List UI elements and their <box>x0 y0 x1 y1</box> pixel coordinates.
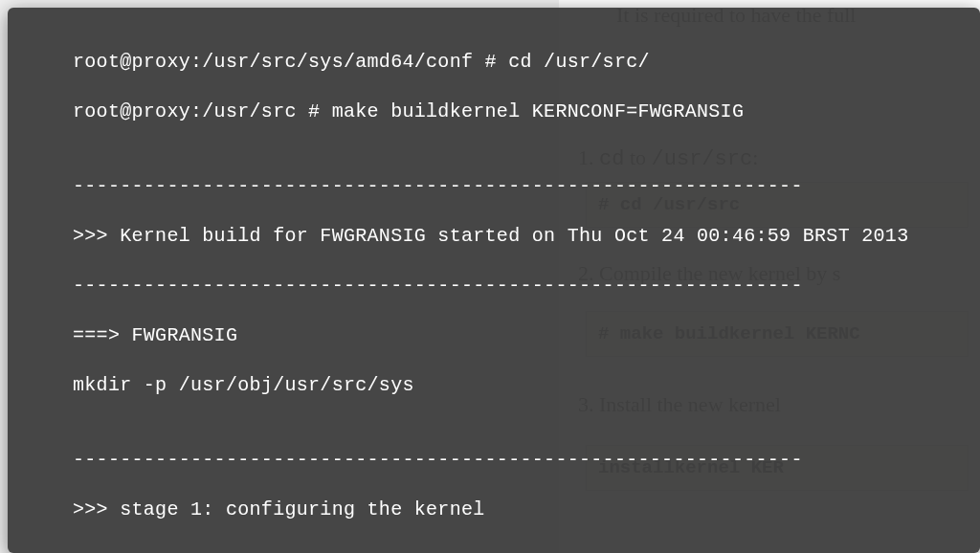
terminal-line: ----------------------------------------… <box>73 274 980 299</box>
terminal-line: root@proxy:/usr/src # make buildkernel K… <box>73 100 980 124</box>
terminal-line: ----------------------------------------… <box>73 547 980 553</box>
terminal-line: >>> stage 1: configuring the kernel <box>73 498 980 522</box>
terminal-line: ----------------------------------------… <box>73 174 980 199</box>
terminal-window[interactable]: root@proxy:/usr/src/sys/amd64/conf # cd … <box>8 8 980 553</box>
terminal-output[interactable]: root@proxy:/usr/src/sys/amd64/conf # cd … <box>8 8 980 553</box>
terminal-line: ----------------------------------------… <box>73 448 980 473</box>
terminal-line: mkdir -p /usr/obj/usr/src/sys <box>73 373 980 398</box>
terminal-line: ===> FWGRANSIG <box>73 323 980 348</box>
terminal-line: root@proxy:/usr/src/sys/amd64/conf # cd … <box>73 50 980 75</box>
terminal-line: >>> Kernel build for FWGRANSIG started o… <box>73 224 980 249</box>
